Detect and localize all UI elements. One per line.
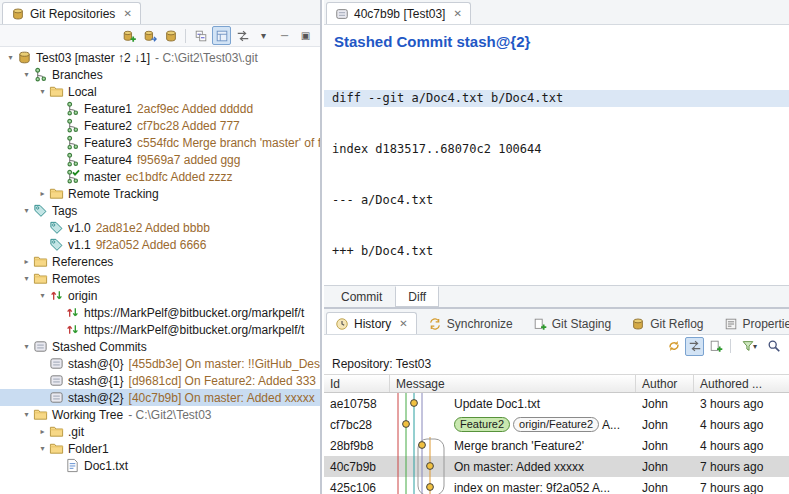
- folder-icon: [33, 254, 48, 269]
- column-header-authored[interactable]: Authored ...: [694, 375, 789, 392]
- link-with-editor-button[interactable]: [685, 337, 704, 356]
- tree-item-tag-v11[interactable]: v1.1 9f2a052 Added 6666: [0, 236, 320, 253]
- git-repository-icon: [17, 50, 32, 65]
- diff-line: diff --git a/Doc4.txt b/Doc4.txt: [324, 90, 789, 107]
- tree-item-tags[interactable]: ▾ Tags: [0, 202, 320, 219]
- column-header-id[interactable]: Id: [324, 375, 390, 392]
- column-header-author[interactable]: Author: [636, 375, 694, 392]
- git-reflog-icon: [631, 317, 645, 331]
- expander-icon[interactable]: ▾: [36, 291, 49, 300]
- add-repository-icon: [122, 29, 136, 43]
- expander-icon[interactable]: ▾: [20, 342, 33, 351]
- minimize-button[interactable]: ─: [275, 26, 294, 45]
- tree-item-feature2[interactable]: Feature2 cf7bc28 Added 777: [0, 117, 320, 134]
- tree-item-working-tree[interactable]: ▾ Working Tree - C:\Git2\Test03: [0, 406, 320, 423]
- tree-item-remotes[interactable]: ▾ Remotes: [0, 270, 320, 287]
- tab-git-staging[interactable]: Git Staging: [524, 312, 620, 334]
- expander-icon[interactable]: ▾: [20, 274, 33, 283]
- history-row[interactable]: 425c106 index on master: 9f2a052 A... Jo…: [324, 477, 789, 494]
- commit-message: Update Doc1.txt: [454, 397, 540, 411]
- tree-item-stash-2[interactable]: stash@{2} [40c7b9b] On master: Added xxx…: [0, 389, 320, 406]
- working-tree-icon: [33, 407, 48, 422]
- git-staging-icon: [533, 317, 547, 331]
- branch-icon: [65, 135, 80, 150]
- tree-item-feature4[interactable]: Feature4 f9569a7 added ggg: [0, 151, 320, 168]
- tree-item-tag-v10[interactable]: v1.0 2ad81e2 Added bbbb: [0, 219, 320, 236]
- expander-icon[interactable]: ▸: [20, 257, 33, 266]
- add-repository-button[interactable]: [119, 26, 138, 45]
- link-with-editor-button[interactable]: [233, 26, 252, 45]
- tree-item-repo-test03[interactable]: ▾ Test03 [master ↑2 ↓1] - C:\Git2\Test03…: [0, 49, 320, 66]
- compare-mode-button[interactable]: [706, 337, 725, 356]
- branch-icon: [65, 152, 80, 167]
- collapse-all-icon: [194, 29, 208, 43]
- search-icon: [767, 339, 781, 353]
- expander-icon[interactable]: ▾: [36, 444, 49, 453]
- stash-icon: [49, 373, 64, 388]
- expander-icon[interactable]: ▾: [36, 87, 49, 96]
- tab-stash-editor[interactable]: 40c7b9b [Test03] ✕: [326, 2, 471, 24]
- tab-git-reflog[interactable]: Git Reflog: [622, 312, 712, 334]
- expander-icon[interactable]: ▾: [20, 70, 33, 79]
- tree-item-stashed-commits[interactable]: ▾ Stashed Commits: [0, 338, 320, 355]
- expander-icon[interactable]: ▾: [20, 206, 33, 215]
- tree-item-fetch-url[interactable]: https://MarkPelf@bitbucket.org/markpelf/…: [0, 304, 320, 321]
- tree-item-references[interactable]: ▸ References: [0, 253, 320, 270]
- tree-item-origin[interactable]: ▾ origin: [0, 287, 320, 304]
- stash-icon: [335, 7, 349, 21]
- tab-properties[interactable]: Properties: [715, 312, 789, 334]
- tag-icon: [49, 220, 64, 235]
- git-repositories-view: Git Repositories ✕ ▾ ─ ▣ ▾ Test03 [maste…: [0, 0, 322, 494]
- maximize-button[interactable]: ▣: [296, 26, 315, 45]
- history-row[interactable]: ae10758 Update Doc1.txt John 3 hours ago: [324, 393, 789, 414]
- tab-git-repositories[interactable]: Git Repositories ✕: [2, 2, 141, 24]
- close-icon[interactable]: ✕: [123, 8, 131, 19]
- close-icon[interactable]: ✕: [399, 318, 407, 329]
- tree-item-git-folder[interactable]: ▸ .git: [0, 423, 320, 440]
- history-table-header: Id Message Author Authored ...: [324, 374, 789, 393]
- expander-icon[interactable]: ▸: [36, 427, 49, 436]
- search-button[interactable]: [764, 337, 783, 356]
- history-row[interactable]: 28bf9b8 Merge branch 'Feature2' John 4 h…: [324, 435, 789, 456]
- collapse-all-button[interactable]: [191, 26, 210, 45]
- history-row[interactable]: cf7bc28 Feature2 origin/Feature2 A... Jo…: [324, 414, 789, 435]
- view-menu-button[interactable]: ▾: [254, 26, 273, 45]
- folder-icon: [49, 186, 64, 201]
- commit-message: A...: [602, 418, 620, 432]
- tab-label: 40c7b9b [Test03]: [354, 7, 445, 21]
- expander-icon[interactable]: ▸: [36, 189, 49, 198]
- history-row-selected[interactable]: 40c7b9b On master: Added xxxxx John 7 ho…: [324, 456, 789, 477]
- clone-repository-button[interactable]: [140, 26, 159, 45]
- expander-icon[interactable]: ▾: [20, 410, 33, 419]
- expander-icon[interactable]: ▾: [4, 53, 17, 62]
- tree-item-local[interactable]: ▾ Local: [0, 83, 320, 100]
- repositories-tree: ▾ Test03 [master ↑2 ↓1] - C:\Git2\Test03…: [0, 47, 320, 474]
- column-header-message[interactable]: Message: [390, 375, 636, 392]
- clone-repository-icon: [143, 29, 157, 43]
- tree-item-doc1[interactable]: Doc1.txt: [0, 457, 320, 474]
- tree-item-stash-0[interactable]: stash@{0} [455db3e] On master: !!GitHub_…: [0, 355, 320, 372]
- tab-synchronize[interactable]: Synchronize: [419, 312, 522, 334]
- tree-item-master[interactable]: master ec1bdfc Added zzzz: [0, 168, 320, 185]
- close-icon[interactable]: ✕: [453, 8, 461, 19]
- tree-item-feature1[interactable]: Feature1 2acf9ec Added ddddd: [0, 100, 320, 117]
- tab-diff-page[interactable]: Diff: [395, 286, 439, 307]
- tree-item-branches[interactable]: ▾ Branches: [0, 66, 320, 83]
- tree-item-push-url[interactable]: https://MarkPelf@bitbucket.org/markpelf/…: [0, 321, 320, 338]
- tree-item-folder1[interactable]: ▾ Folder1: [0, 440, 320, 457]
- toggle-layout-button[interactable]: [212, 26, 231, 45]
- tab-history[interactable]: History ✕: [326, 312, 417, 334]
- refresh-button[interactable]: [664, 337, 683, 356]
- remote-icon: [49, 288, 64, 303]
- diff-line: index d183517..68070c2 100644: [324, 141, 789, 158]
- tree-item-stash-1[interactable]: stash@{1} [d9681cd] On Feature2: Added 3…: [0, 372, 320, 389]
- filter-button[interactable]: ▾: [736, 337, 762, 356]
- create-repository-button[interactable]: [161, 26, 180, 45]
- tab-commit-page[interactable]: Commit: [328, 286, 395, 307]
- hierarchical-layout-icon: [215, 29, 229, 43]
- diff-line: --- a/Doc4.txt: [324, 192, 789, 209]
- stash-commit-title: Stashed Commit stash@{2}: [334, 33, 779, 50]
- stash-icon: [49, 390, 64, 405]
- tree-item-feature3[interactable]: Feature3 c554fdc Merge branch 'master' o…: [0, 134, 320, 151]
- tree-item-remote-tracking[interactable]: ▸ Remote Tracking: [0, 185, 320, 202]
